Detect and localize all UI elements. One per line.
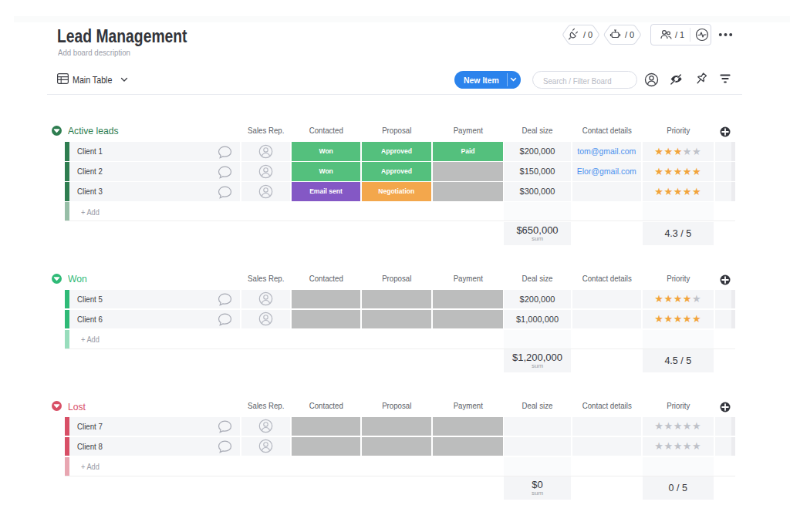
svg-text:/ 0: / 0 — [583, 30, 592, 39]
svg-text:/ 0: / 0 — [625, 30, 634, 39]
